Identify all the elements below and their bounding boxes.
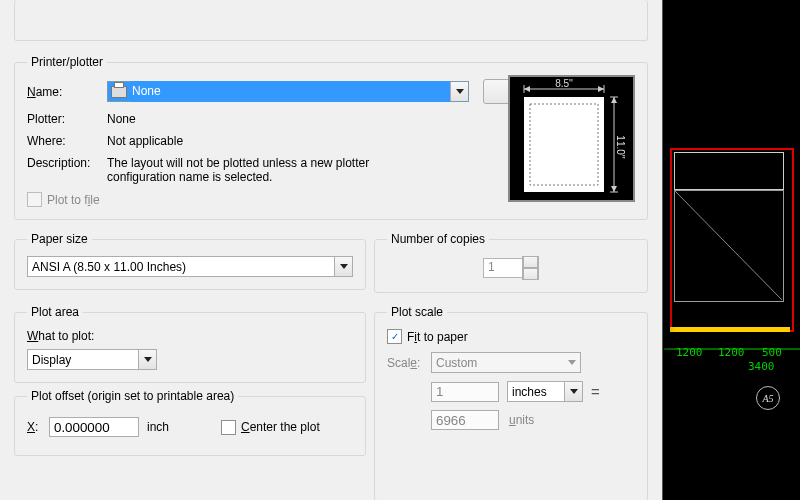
copies-up-btn bbox=[522, 256, 539, 268]
dim-1: 1200 bbox=[676, 346, 703, 359]
checkbox-icon bbox=[221, 420, 236, 435]
chevron-up-icon bbox=[523, 256, 538, 268]
chevron-down-icon bbox=[523, 268, 538, 280]
printer-plotter-group: Printer/plotter Name: None Properties...… bbox=[14, 55, 648, 220]
grid-bubble: A5 bbox=[756, 386, 780, 410]
bubble-label: A5 bbox=[762, 393, 773, 404]
scale-unit1-value: inches bbox=[508, 384, 564, 400]
svg-marker-5 bbox=[524, 86, 530, 92]
plotter-name-value: None bbox=[130, 81, 450, 102]
x-label: X: bbox=[27, 420, 49, 434]
scale-unit1-select[interactable]: inches bbox=[507, 381, 583, 402]
checkbox-icon: ✓ bbox=[387, 329, 402, 344]
chevron-down-icon bbox=[340, 264, 348, 269]
svg-marker-12 bbox=[611, 97, 617, 103]
printer-icon bbox=[108, 82, 130, 101]
description-value: The layout will not be plotted unless a … bbox=[107, 156, 437, 184]
plot-scale-legend: Plot scale bbox=[387, 305, 447, 319]
x-input[interactable] bbox=[49, 417, 139, 437]
paper-size-group: Paper size ANSI A (8.50 x 11.00 Inches) bbox=[14, 232, 366, 290]
chevron-down-icon bbox=[456, 89, 464, 94]
plot-to-file-label: Plot to file bbox=[47, 193, 100, 207]
paper-preview: 8.5'' 11.0'' bbox=[508, 75, 635, 202]
copies-value: 1 bbox=[483, 258, 523, 278]
scale-select: Custom bbox=[431, 352, 581, 373]
paper-size-value: ANSI A (8.50 x 11.00 Inches) bbox=[28, 259, 334, 275]
fit-to-paper-checkbox[interactable]: ✓ Fit to paper bbox=[387, 329, 468, 344]
plot-dialog: Printer/plotter Name: None Properties...… bbox=[0, 0, 663, 500]
svg-marker-6 bbox=[598, 86, 604, 92]
copies-group: Number of copies 1 bbox=[374, 232, 648, 293]
plot-to-file-checkbox: Plot to file bbox=[27, 192, 100, 207]
chevron-down-icon bbox=[568, 360, 576, 365]
dim-3: 500 bbox=[762, 346, 782, 359]
preview-height-lbl: 11.0'' bbox=[615, 135, 626, 158]
scale-value: Custom bbox=[432, 355, 563, 371]
scale-label: Scale: bbox=[387, 356, 431, 370]
scale-unit2-label: units bbox=[509, 413, 534, 427]
svg-marker-13 bbox=[611, 186, 617, 192]
center-plot-label: Center the plot bbox=[241, 420, 320, 434]
scale-value2-input bbox=[431, 410, 499, 430]
chevron-down-icon bbox=[144, 357, 152, 362]
dim-h: 3400 bbox=[748, 360, 775, 373]
chevron-down-icon bbox=[570, 389, 578, 394]
scale-dropdown-btn bbox=[563, 353, 580, 372]
x-unit: inch bbox=[139, 420, 191, 434]
scale-unit1-dropdown-btn[interactable] bbox=[564, 382, 582, 401]
copies-down-btn bbox=[522, 268, 539, 280]
svg-rect-7 bbox=[524, 97, 604, 192]
paper-size-legend: Paper size bbox=[27, 232, 92, 246]
dim-2: 1200 bbox=[718, 346, 745, 359]
printer-plotter-legend: Printer/plotter bbox=[27, 55, 107, 69]
what-to-plot-select[interactable]: Display bbox=[27, 349, 157, 370]
plotter-name-select[interactable]: None bbox=[107, 81, 469, 102]
plot-area-group: Plot area What to plot: Display bbox=[14, 305, 366, 383]
plot-offset-group: Plot offset (origin set to printable are… bbox=[14, 389, 366, 456]
plotter-name-dropdown-btn[interactable] bbox=[450, 82, 468, 101]
equals-icon: = bbox=[591, 388, 600, 396]
svg-line-0 bbox=[674, 190, 782, 300]
checkbox-icon bbox=[27, 192, 42, 207]
preview-width-lbl: 8.5'' bbox=[555, 78, 573, 89]
center-plot-checkbox[interactable]: Center the plot bbox=[221, 420, 320, 435]
drawing-inner bbox=[670, 148, 790, 328]
fit-to-paper-label: Fit to paper bbox=[407, 330, 468, 344]
scale-value1-input bbox=[431, 382, 499, 402]
copies-spinner: 1 bbox=[483, 256, 539, 280]
plot-scale-group: Plot scale ✓ Fit to paper Scale: Custom bbox=[374, 305, 648, 500]
what-to-plot-label: What to plot: bbox=[27, 329, 353, 343]
plot-area-legend: Plot area bbox=[27, 305, 83, 319]
what-to-plot-value: Display bbox=[28, 352, 138, 368]
description-label: Description: bbox=[27, 156, 107, 170]
name-label: Name: bbox=[27, 85, 107, 99]
copies-legend: Number of copies bbox=[387, 232, 489, 246]
paper-size-dropdown-btn[interactable] bbox=[334, 257, 352, 276]
top-truncated-group bbox=[14, 0, 648, 41]
plotter-label: Plotter: bbox=[27, 112, 107, 126]
what-to-plot-dropdown-btn[interactable] bbox=[138, 350, 156, 369]
where-label: Where: bbox=[27, 134, 107, 148]
plot-offset-legend: Plot offset (origin set to printable are… bbox=[27, 389, 238, 403]
paper-size-select[interactable]: ANSI A (8.50 x 11.00 Inches) bbox=[27, 256, 353, 277]
